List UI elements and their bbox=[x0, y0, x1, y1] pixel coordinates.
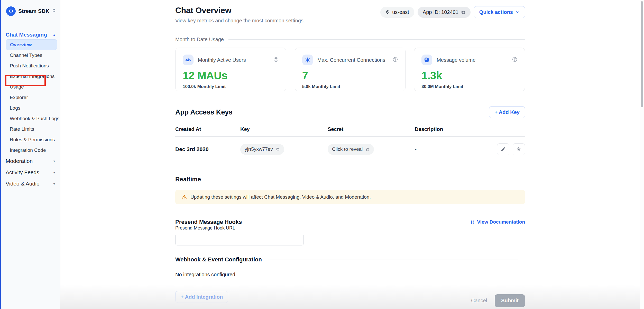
delete-key-button[interactable] bbox=[513, 143, 525, 155]
submit-button[interactable]: Submit bbox=[495, 294, 525, 307]
pencil-icon bbox=[501, 147, 506, 152]
usage-section-label: Month to Date Usage bbox=[175, 37, 224, 42]
add-key-button[interactable]: + Add Key bbox=[489, 106, 525, 118]
column-created-at: Created At bbox=[175, 126, 240, 132]
usage-cards: Monthly Active Users 12 MAUs 100.0k Mont… bbox=[175, 48, 525, 91]
collapse-down-icon: ▾ bbox=[53, 159, 55, 163]
card-title: Monthly Active Users bbox=[198, 57, 273, 63]
secret-reveal-chip[interactable]: Click to reveal bbox=[328, 144, 374, 155]
column-description: Description bbox=[415, 126, 492, 132]
help-icon[interactable] bbox=[512, 57, 518, 63]
workspace-switcher-icon bbox=[52, 8, 56, 14]
divider bbox=[269, 260, 518, 260]
cancel-button[interactable]: Cancel bbox=[471, 298, 487, 304]
collapse-down-icon: ▾ bbox=[53, 171, 55, 174]
copy-icon bbox=[365, 147, 370, 152]
pie-chart-icon bbox=[421, 55, 432, 65]
collapse-down-icon: ▾ bbox=[53, 182, 55, 186]
copy-icon bbox=[461, 10, 465, 14]
nav-group-chat-messaging[interactable]: Chat Messaging ▴ bbox=[0, 30, 60, 39]
app-id-badge[interactable]: App ID: 102401 bbox=[418, 7, 471, 18]
card-message-volume: Message volume 1.3k 30.0M Monthly Limit bbox=[414, 48, 525, 91]
stream-logo-icon bbox=[6, 6, 16, 16]
realtime-title: Realtime bbox=[175, 176, 525, 183]
sidebar-item-overview[interactable]: Overview bbox=[6, 39, 57, 50]
workspace-name: Stream SDK - Rea... bbox=[18, 8, 51, 14]
divider bbox=[228, 39, 525, 40]
presend-url-label: Presend Message Hook URL bbox=[175, 225, 235, 231]
sidebar-item-webhook-push-logs[interactable]: Webhook & Push Logs bbox=[6, 113, 57, 124]
card-limit: 100.0k Monthly Limit bbox=[183, 84, 279, 89]
no-integrations-text: No integrations configured. bbox=[175, 272, 525, 278]
access-keys-title: App Access Keys bbox=[175, 108, 233, 116]
quick-actions-button[interactable]: Quick actions bbox=[474, 6, 525, 18]
region-badge[interactable]: us-east bbox=[380, 7, 414, 18]
trash-icon bbox=[516, 147, 521, 152]
page-subtitle: View key metrics and change the most com… bbox=[175, 18, 305, 24]
sidebar-item-usage[interactable]: Usage bbox=[6, 82, 57, 92]
collapse-up-icon: ▴ bbox=[53, 33, 55, 37]
card-monthly-active-users: Monthly Active Users 12 MAUs 100.0k Mont… bbox=[175, 48, 286, 91]
presend-hooks-title: Presend Message Hooks bbox=[175, 219, 242, 225]
sidebar-item-logs[interactable]: Logs bbox=[6, 103, 57, 113]
warning-text: Updating these settings will affect Chat… bbox=[190, 194, 371, 200]
warning-icon bbox=[181, 194, 187, 200]
book-icon bbox=[470, 220, 475, 225]
warning-banner: Updating these settings will affect Chat… bbox=[175, 190, 525, 204]
sidebar-item-channel-types[interactable]: Channel Types bbox=[6, 50, 57, 60]
help-icon[interactable] bbox=[392, 57, 398, 63]
nav-group-activity-feeds[interactable]: Activity Feeds ▾ bbox=[0, 167, 60, 178]
help-icon[interactable] bbox=[273, 57, 279, 63]
users-icon bbox=[183, 55, 194, 65]
chevron-down-icon bbox=[516, 10, 520, 14]
key-description: - bbox=[415, 146, 492, 152]
sidebar-nav: Chat Messaging ▴ Overview Channel Types … bbox=[0, 22, 60, 189]
access-keys-table: Created At Key Secret Description Dec 3r… bbox=[175, 126, 525, 155]
card-value: 12 MAUs bbox=[183, 69, 279, 82]
page-header: Chat Overview View key metrics and chang… bbox=[175, 6, 525, 24]
card-limit: 30.0M Monthly Limit bbox=[421, 84, 518, 89]
api-key-chip[interactable]: yjrt5yxw77ev bbox=[240, 144, 284, 155]
main-area: Chat Overview View key metrics and chang… bbox=[60, 0, 644, 309]
footer-bar: Cancel Submit bbox=[60, 285, 644, 309]
page-title: Chat Overview bbox=[175, 6, 305, 15]
key-created-at: Dec 3rd 2020 bbox=[175, 146, 240, 152]
divider bbox=[249, 222, 463, 222]
location-pin-icon bbox=[385, 10, 390, 15]
sidebar-item-push-notifications[interactable]: Push Notifications bbox=[6, 60, 57, 71]
sidebar-item-external-integrations[interactable]: External Integrations bbox=[6, 71, 57, 82]
card-title: Message volume bbox=[437, 57, 512, 63]
nav-group-video-audio[interactable]: Video & Audio ▾ bbox=[0, 178, 60, 189]
sidebar-item-integration-code[interactable]: Integration Code bbox=[6, 145, 57, 155]
column-key: Key bbox=[240, 126, 328, 132]
copy-icon bbox=[275, 147, 280, 152]
webhook-config-title: Webhook & Event Configuration bbox=[175, 256, 262, 263]
card-limit: 5.0k Monthly Limit bbox=[302, 84, 398, 89]
presend-url-input[interactable] bbox=[175, 234, 304, 245]
scrollbar-thumb[interactable] bbox=[641, 1, 643, 107]
scrollbar-track[interactable] bbox=[640, 0, 644, 309]
card-value: 1.3k bbox=[421, 69, 518, 82]
workspace-selector[interactable]: Stream SDK - Rea... bbox=[0, 0, 60, 22]
sidebar-item-explorer[interactable]: Explorer bbox=[6, 92, 57, 103]
card-title: Max. Concurrent Connections bbox=[317, 57, 393, 63]
sidebar-item-roles-permissions[interactable]: Roles & Permissions bbox=[6, 134, 57, 145]
view-documentation-link[interactable]: View Documentation bbox=[470, 219, 525, 225]
card-max-concurrent-connections: Max. Concurrent Connections 7 5.0k Month… bbox=[295, 48, 406, 91]
column-secret: Secret bbox=[328, 126, 415, 132]
network-icon bbox=[302, 55, 313, 65]
sidebar-item-rate-limits[interactable]: Rate Limits bbox=[6, 124, 57, 134]
sidebar: Stream SDK - Rea... Chat Messaging ▴ Ove… bbox=[0, 0, 60, 309]
table-row: Dec 3rd 2020 yjrt5yxw77ev Click to revea… bbox=[175, 137, 525, 155]
nav-group-moderation[interactable]: Moderation ▾ bbox=[0, 155, 60, 167]
edit-key-button[interactable] bbox=[497, 143, 509, 155]
card-value: 7 bbox=[302, 69, 398, 82]
